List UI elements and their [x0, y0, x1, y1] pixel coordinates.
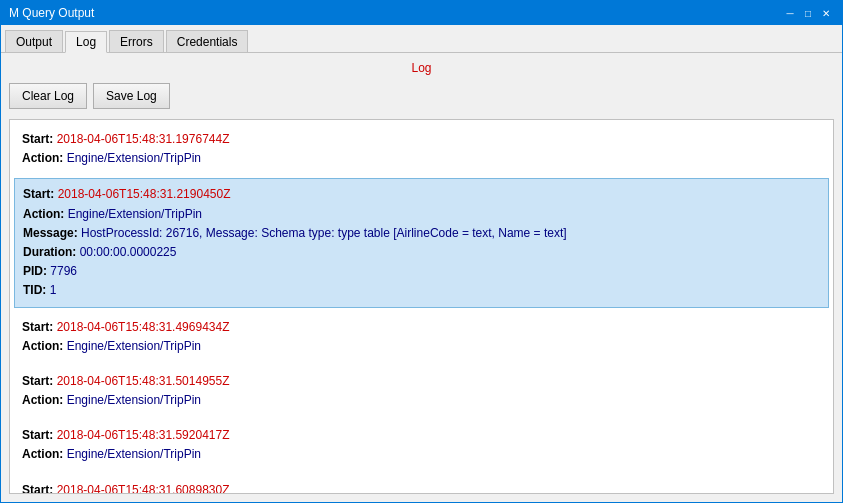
- log-field-label: Start:: [22, 132, 57, 146]
- log-field-label: Duration:: [23, 245, 80, 259]
- maximize-button[interactable]: □: [800, 6, 816, 20]
- log-field-value: 2018-04-06T15:48:31.5014955Z: [57, 374, 230, 388]
- log-entry[interactable]: Start: 2018-04-06T15:48:31.1976744ZActio…: [14, 124, 829, 174]
- save-log-button[interactable]: Save Log: [93, 83, 170, 109]
- log-field-label: Message:: [23, 226, 81, 240]
- close-button[interactable]: ✕: [818, 6, 834, 20]
- log-field-value: Engine/Extension/TripPin: [67, 393, 201, 407]
- tab-credentials[interactable]: Credentials: [166, 30, 249, 52]
- log-entry[interactable]: Start: 2018-04-06T15:48:31.4969434ZActio…: [14, 312, 829, 362]
- log-field-value: 00:00:00.0000225: [80, 245, 177, 259]
- log-field-value: HostProcessId: 26716, Message: Schema ty…: [81, 226, 567, 240]
- log-field-value: 2018-04-06T15:48:31.2190450Z: [58, 187, 231, 201]
- log-field-label: Start:: [22, 320, 57, 334]
- tab-output[interactable]: Output: [5, 30, 63, 52]
- main-window: M Query Output ─ □ ✕ Output Log Errors C…: [0, 0, 843, 503]
- log-field-label: TID:: [23, 283, 50, 297]
- log-field-label: Start:: [22, 428, 57, 442]
- log-field-value: Engine/Extension/TripPin: [67, 447, 201, 461]
- title-bar: M Query Output ─ □ ✕: [1, 1, 842, 25]
- log-field-label: Action:: [22, 447, 67, 461]
- window-controls: ─ □ ✕: [782, 6, 834, 20]
- log-field-value: 2018-04-06T15:48:31.6089830Z: [57, 483, 230, 494]
- log-field-label: Action:: [22, 393, 67, 407]
- tab-bar: Output Log Errors Credentials: [1, 25, 842, 53]
- log-entry[interactable]: Start: 2018-04-06T15:48:31.6089830ZActio…: [14, 475, 829, 494]
- log-field-label: Start:: [23, 187, 58, 201]
- log-area[interactable]: Start: 2018-04-06T15:48:31.1976744ZActio…: [9, 119, 834, 494]
- log-field-value: Engine/Extension/TripPin: [67, 339, 201, 353]
- clear-log-button[interactable]: Clear Log: [9, 83, 87, 109]
- log-field-value: 1: [50, 283, 57, 297]
- toolbar: Clear Log Save Log: [9, 83, 834, 109]
- log-field-value: 2018-04-06T15:48:31.5920417Z: [57, 428, 230, 442]
- log-field-label: Start:: [22, 483, 57, 494]
- window-title: M Query Output: [9, 6, 94, 20]
- log-entry[interactable]: Start: 2018-04-06T15:48:31.5014955ZActio…: [14, 366, 829, 416]
- log-field-label: Action:: [22, 339, 67, 353]
- log-field-label: Action:: [22, 151, 67, 165]
- log-field-value: 2018-04-06T15:48:31.1976744Z: [57, 132, 230, 146]
- log-field-value: Engine/Extension/TripPin: [67, 151, 201, 165]
- main-content: Log Clear Log Save Log Start: 2018-04-06…: [1, 53, 842, 502]
- log-title: Log: [9, 61, 834, 75]
- log-entry[interactable]: Start: 2018-04-06T15:48:31.2190450ZActio…: [14, 178, 829, 307]
- log-field-label: PID:: [23, 264, 50, 278]
- log-field-label: Start:: [22, 374, 57, 388]
- log-field-value: 7796: [50, 264, 77, 278]
- log-field-value: 2018-04-06T15:48:31.4969434Z: [57, 320, 230, 334]
- log-field-value: Engine/Extension/TripPin: [68, 207, 202, 221]
- content-area: Log Clear Log Save Log Start: 2018-04-06…: [1, 53, 842, 502]
- tab-errors[interactable]: Errors: [109, 30, 164, 52]
- tab-log[interactable]: Log: [65, 31, 107, 53]
- log-entry[interactable]: Start: 2018-04-06T15:48:31.5920417ZActio…: [14, 420, 829, 470]
- log-field-label: Action:: [23, 207, 68, 221]
- minimize-button[interactable]: ─: [782, 6, 798, 20]
